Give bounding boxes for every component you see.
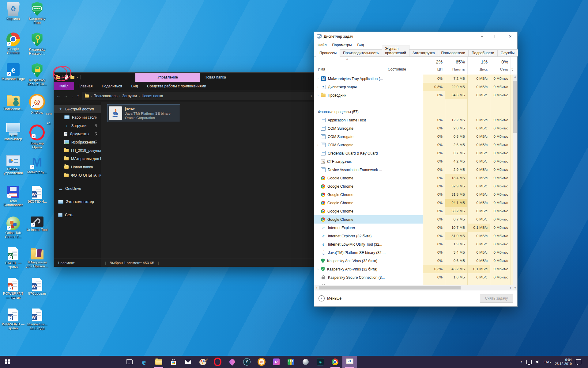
- sort-chevron-icon[interactable]: ∧: [346, 57, 348, 60]
- taskbar-app[interactable]: [137, 356, 151, 368]
- taskmgr-tab[interactable]: Автозагрузка: [409, 49, 438, 56]
- taskbar-app[interactable]: [298, 356, 313, 368]
- sidebar-item[interactable]: ФОТО ОПЫТА ПО Г: [54, 171, 101, 179]
- scroll-up-icon[interactable]: ∧: [513, 75, 517, 79]
- process-row[interactable]: › Java(TM) Platform SE binary (32 ... 0%…: [314, 248, 513, 257]
- close-button[interactable]: ✕: [503, 32, 517, 41]
- breadcrumb-item[interactable]: Новая папка: [141, 94, 163, 98]
- taskbar-app[interactable]: [342, 356, 357, 368]
- desktop-icon[interactable]: заключени... за 3 года: [25, 309, 49, 339]
- desktop-icon[interactable]: Office Tab Center 2...: [1, 217, 25, 247]
- ribbon-tab[interactable]: Поделиться: [97, 82, 126, 90]
- menu-item[interactable]: Файл: [315, 43, 330, 47]
- taskbar-app[interactable]: [181, 356, 195, 368]
- sidebar-item[interactable]: Новая папка: [54, 163, 101, 171]
- expand-chevron-icon[interactable]: ›: [316, 267, 320, 271]
- notification-center-icon[interactable]: [576, 359, 581, 364]
- network-icon[interactable]: [526, 360, 532, 364]
- desktop-icon[interactable]: Корзина: [1, 2, 25, 33]
- taskbar-app[interactable]: [284, 356, 298, 368]
- ribbon-tab[interactable]: Файл: [54, 82, 74, 90]
- process-row[interactable]: › Internet Explorer 0% 10,7 МБ 0,1 МБ/с …: [314, 224, 513, 232]
- breadcrumb-item[interactable]: Загрузки: [122, 94, 137, 98]
- taskbar-app[interactable]: [328, 356, 342, 368]
- column-memory[interactable]: Память: [445, 67, 465, 71]
- desktop-icon[interactable]: Total Commander: [1, 186, 25, 217]
- taskmgr-tab[interactable]: Службы: [497, 49, 518, 56]
- up-icon[interactable]: ↑: [77, 94, 79, 98]
- process-row[interactable]: › CTF-загрузчик 0% 4,2 МБ 0 МБ/с 0 Мбит/…: [314, 157, 513, 166]
- language-indicator[interactable]: ENG: [544, 360, 551, 364]
- taskbar-app[interactable]: [269, 356, 284, 368]
- address-dropdown-icon[interactable]: ▾: [311, 94, 312, 98]
- sidebar-item[interactable]: Быстрый доступ: [54, 105, 101, 113]
- process-row[interactable]: › Google Chrome 0% 31,5 МБ 0 МБ/с 0 Мбит…: [314, 190, 513, 199]
- process-row[interactable]: › Application Frame Host 0% 12,2 МБ 0 МБ…: [314, 116, 513, 124]
- taskmgr-tab[interactable]: Подробности: [468, 49, 498, 56]
- process-row[interactable]: › COM Surrogate 0% 0,8 МБ 0 МБ/с 0 Мбит/…: [314, 132, 513, 141]
- sidebar-item[interactable]: ГП_2019_результат: [54, 146, 101, 155]
- process-row[interactable]: › Kaspersky Anti-Virus (32 бита) 0,3% 45…: [314, 265, 513, 273]
- taskbar-app[interactable]: [122, 356, 137, 368]
- taskbar-app[interactable]: [195, 356, 210, 368]
- process-row[interactable]: › COM Surrogate 0% 2,6 МБ 0 МБ/с 0 Мбит/…: [314, 141, 513, 149]
- sidebar-item[interactable]: Рабочий стол: [54, 113, 101, 121]
- column-status[interactable]: Состояние: [388, 67, 406, 71]
- process-row[interactable]: › Kaspersky Anti-Virus (32 бита) 0% 0,6 …: [314, 257, 513, 265]
- ribbon-tab[interactable]: Вид: [126, 82, 142, 90]
- column-network[interactable]: Сеть: [490, 67, 508, 71]
- desktop-icon[interactable]: XnView: [25, 94, 49, 125]
- desktop-icon[interactable]: 57Суровая: [25, 278, 49, 309]
- desktop-icon[interactable]: Kaspersky Free: [25, 2, 49, 33]
- process-row[interactable]: › Internet Explorer (32 бита) 0% 31,0 МБ…: [314, 232, 513, 240]
- desktop-icon[interactable]: EXCEL — ярлык: [1, 247, 25, 278]
- expand-chevron-icon[interactable]: ›: [316, 143, 320, 147]
- sidebar-item[interactable]: OneDrive: [54, 184, 101, 193]
- start-button[interactable]: [0, 356, 15, 368]
- clock[interactable]: 9:04 23.12.2019: [555, 358, 572, 366]
- process-row[interactable]: › Google Chrome 0% 58,2 МБ 0 МБ/с 0 Мбит…: [314, 207, 513, 215]
- ribbon-tab[interactable]: Главная: [74, 82, 97, 90]
- taskbar-app[interactable]: [313, 356, 328, 368]
- taskmgr-tab[interactable]: Процессы: [316, 49, 340, 57]
- menu-item[interactable]: Параметры: [330, 43, 355, 47]
- end-task-button[interactable]: Снять задачу: [480, 294, 513, 303]
- vertical-scrollbar[interactable]: ∧ ∨: [513, 75, 517, 290]
- desktop-icon[interactable]: ЭКОТЕХН...: [25, 186, 49, 217]
- taskmgr-tab[interactable]: Пользователи: [438, 49, 469, 56]
- sidebar-item[interactable]: Сеть: [54, 211, 101, 219]
- ribbon-tab[interactable]: Средства работы с приложениями: [142, 82, 211, 90]
- process-row[interactable]: › Device Association Framework ... 0% 2,…: [314, 166, 513, 174]
- desktop-icon[interactable]: МАтериалы для Презен...: [25, 247, 49, 278]
- desktop-icon[interactable]: Пользоват...: [1, 94, 25, 125]
- scroll-down-icon[interactable]: ∨: [513, 286, 517, 290]
- desktop-icon[interactable]: Uninstall Tool: [25, 217, 49, 247]
- process-row[interactable]: › Malwarebytes Tray Application (... 0% …: [314, 75, 513, 83]
- taskbar-app[interactable]: [254, 356, 269, 368]
- taskmgr-tab[interactable]: Производительность: [340, 49, 382, 56]
- desktop-icon[interactable]: Браузер Opera: [25, 125, 49, 155]
- vscroll-thumb[interactable]: [513, 81, 517, 133]
- column-energy-clipped[interactable]: Э: [511, 67, 513, 71]
- taskbar-app[interactable]: [239, 356, 254, 368]
- sidebar-item[interactable]: Этот компьютер: [54, 197, 101, 206]
- desktop-icon[interactable]: Malwareby...: [25, 155, 49, 186]
- forward-icon[interactable]: →: [64, 94, 68, 98]
- process-row[interactable]: › Kaspersky Secure Connection (3... 0% 1…: [314, 273, 513, 282]
- fewer-details-button[interactable]: ∧ Меньше: [318, 295, 341, 301]
- column-cpu[interactable]: ЦП: [423, 67, 443, 71]
- qat-dropdown-icon[interactable]: ▾: [77, 76, 78, 79]
- horizontal-scrollbar[interactable]: ‹ ›: [314, 285, 513, 290]
- sidebar-item[interactable]: МАтериалы для Пр: [54, 155, 101, 163]
- process-row[interactable]: › Internet Low-Mic Utility Tool (32... 0…: [314, 240, 513, 248]
- menu-item[interactable]: Вид: [354, 43, 367, 47]
- process-row[interactable]: › Google Chrome 0% 52,9 МБ 0 МБ/с 0 Мбит…: [314, 182, 513, 190]
- process-row[interactable]: › Фоновые процессы (57): [314, 108, 513, 116]
- expand-chevron-icon[interactable]: ›: [316, 94, 320, 97]
- column-disk[interactable]: Диск: [467, 67, 488, 71]
- process-row[interactable]: ›: [314, 99, 513, 108]
- taskbar-app[interactable]: [166, 356, 181, 368]
- process-row[interactable]: › Google Chrome 0% 94,1 МБ 0 МБ/с 0 Мбит…: [314, 199, 513, 207]
- process-row[interactable]: › Диспетчер задач 0,8% 22,0 МБ 0 МБ/с 0 …: [314, 83, 513, 91]
- explorer-titlebar[interactable]: ▾ Управление Новая папка: [54, 73, 317, 82]
